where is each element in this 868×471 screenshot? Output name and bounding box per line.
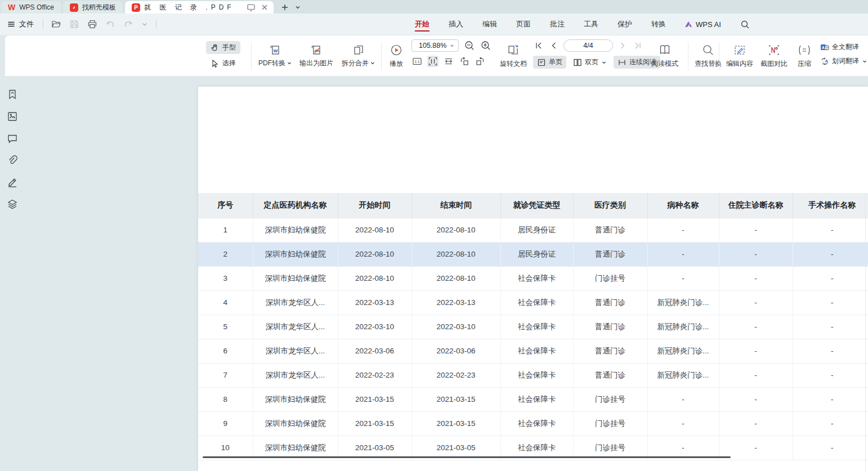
divider [381,42,382,70]
print-icon[interactable] [87,19,97,29]
redo-icon[interactable] [123,19,133,29]
file-menu-label: 文件 [19,19,34,29]
rotate-right-button[interactable] [475,56,486,67]
svg-text:W: W [274,48,278,53]
monitor-icon[interactable] [247,3,256,12]
read-mode-button[interactable]: 阅读模式 [648,39,681,72]
actual-size-button[interactable]: 1:1 [411,56,423,67]
screenshot-compare-button[interactable]: 截图对比 [757,39,791,72]
table-cell: 2022-03-13 [338,290,411,315]
ribbon-tab-annotate[interactable]: 批注 [549,14,566,34]
first-page-button[interactable] [533,40,544,51]
table-cell: 社会保障卡 [500,266,573,290]
edit-content-icon [733,43,746,57]
ribbon-tab-home[interactable]: 开始 [414,14,431,34]
wps-ai-button[interactable]: WPS AI [684,20,721,29]
table-cell: - [647,218,719,242]
compress-button[interactable]: 压缩 [791,39,817,72]
zoom-level-select[interactable]: 105.88% [411,39,459,52]
split-merge-button[interactable]: 拆分合并 [338,39,379,72]
divider [719,42,719,70]
table-cell: 深圳市龙华区人... [253,290,338,315]
close-tab-icon[interactable] [260,3,269,12]
rotate-left-button[interactable] [459,56,470,67]
table-header-cell: 结束时间 [411,193,500,218]
ribbon-tab-tools[interactable]: 工具 [583,14,599,34]
rotate-document-button[interactable]: 旋转文档 [496,39,531,72]
table-cell: 9 [198,411,253,436]
ribbon-tab-page[interactable]: 页面 [515,14,532,34]
edit-content-button[interactable]: 编辑内容 [722,39,757,72]
book-icon [658,43,672,57]
horizontal-scrollbar[interactable] [203,456,731,458]
table-cell: 2022-03-10 [411,315,500,339]
tab-wps-home[interactable]: W WPS Office [1,1,61,14]
tab-document-pdf[interactable]: P 就 医 记 录 .PDF [125,1,274,14]
select-tool-button[interactable]: 选择 [206,57,240,70]
bookmark-icon[interactable] [7,89,18,100]
table-cell: 2022-08-10 [338,218,411,242]
svg-text:字: 字 [825,46,829,49]
hand-tool-button[interactable]: 手型 [206,41,240,54]
play-label: 播放 [390,59,403,69]
open-folder-icon[interactable] [51,19,61,29]
fit-width-button[interactable] [443,56,454,67]
comment-icon[interactable] [7,133,18,144]
layers-icon[interactable] [7,199,18,210]
table-cell: 2021-03-15 [338,411,411,436]
tab-list-chevron-icon[interactable] [295,5,301,10]
previous-page-button[interactable] [548,40,560,51]
ribbon-tab-insert[interactable]: 插入 [448,14,464,34]
save-icon[interactable] [69,19,79,29]
page-number-input[interactable]: 4/4 [563,39,613,52]
quick-access-chevron-icon[interactable] [141,19,148,29]
thumbnail-icon[interactable] [7,111,18,122]
undo-icon[interactable] [105,19,115,29]
play-button[interactable]: 播放 [383,39,409,72]
pdf-convert-button[interactable]: W PDF转换 [256,39,295,72]
zoom-in-icon[interactable] [480,40,491,51]
export-image-button[interactable]: 输出为图片 [296,39,337,72]
wps-ai-label: WPS AI [696,20,721,29]
ribbon-tab-protect[interactable]: 保护 [616,14,633,34]
file-menu-button[interactable]: 文件 [0,19,39,29]
table-cell: 普通门诊 [573,315,647,339]
document-view: 序号定点医药机构名称开始时间结束时间就诊凭证类型医疗类别病种名称住院主诊断名称手… [0,77,868,471]
zoom-out-icon[interactable] [464,40,475,51]
table-cell: 2022-08-10 [338,266,411,290]
screenshot-compare-label: 截图对比 [760,59,788,69]
table-cell: 2 [198,242,253,266]
table-header-cell: 医疗类别 [573,193,647,218]
single-page-icon [537,58,546,67]
ribbon-tab-convert[interactable]: 转换 [650,14,667,34]
table-cell: - [719,387,793,411]
next-page-button[interactable] [617,40,628,51]
new-tab-plus-icon[interactable] [280,3,289,12]
svg-text:A: A [825,58,829,63]
table-cell: 居民身份证 [500,218,573,242]
tab-docer-templates[interactable]: 找稻壳模板 [63,1,123,14]
table-cell: 深圳市龙华区人... [253,339,338,363]
table-cell: 2022-03-06 [338,339,411,363]
screenshot-compare-icon [767,43,781,57]
divider [688,42,688,70]
find-replace-button[interactable]: 查找替换 [691,39,726,72]
table-cell: - [719,266,793,290]
search-icon[interactable] [740,20,750,29]
table-cell: 深圳市妇幼保健院 [253,266,338,290]
continuous-read-icon [618,58,627,67]
double-page-button[interactable]: 双页 [570,56,610,69]
last-page-button[interactable] [632,40,643,51]
table-cell: 8 [198,387,253,411]
table-cell: 2022-08-10 [411,242,500,266]
table-cell: - [719,315,793,339]
signature-icon[interactable] [7,177,18,188]
full-translate-button[interactable]: A字 全文翻译 [820,42,867,52]
table-cell: 深圳市妇幼保健院 [253,387,338,411]
attachment-icon[interactable] [7,155,18,166]
fit-page-button[interactable] [427,56,439,67]
word-translate-button[interactable]: xA 划词翻译 [820,56,867,66]
page-indicator: 4/4 [583,42,593,50]
ribbon-tab-edit[interactable]: 编辑 [481,14,498,34]
single-page-button[interactable]: 单页 [533,56,566,69]
